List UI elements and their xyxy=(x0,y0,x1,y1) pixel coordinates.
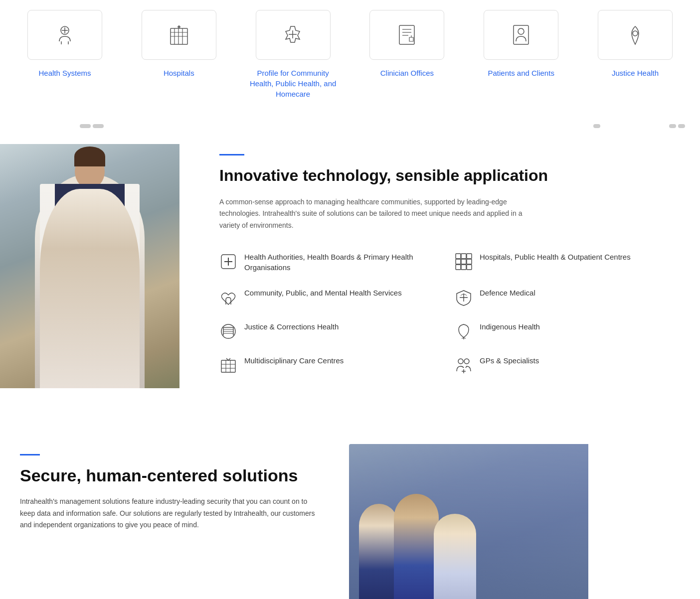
clinician-offices-icon-box xyxy=(369,10,444,60)
feature-justice-corrections: Justice & Corrections Health xyxy=(219,321,435,340)
svg-point-50 xyxy=(458,359,463,364)
justice-corrections-icon xyxy=(219,322,237,340)
clinician-offices-label: Clinician Offices xyxy=(380,68,434,78)
hospitals-icon xyxy=(167,22,191,47)
card-community-health[interactable]: Profile for Community Health, Public Hea… xyxy=(248,10,338,99)
health-systems-icon-box xyxy=(27,10,102,60)
dots-right2 xyxy=(669,124,685,128)
clinician-image xyxy=(0,144,179,388)
section-description: A common-sense approach to managing heal… xyxy=(219,196,528,232)
feature-grid: Health Authorities, Health Boards & Prim… xyxy=(219,252,670,374)
multidisciplinary-text: Multidisciplinary Care Centres xyxy=(244,355,344,366)
patients-clients-icon-box xyxy=(484,10,558,60)
svg-rect-30 xyxy=(467,254,472,259)
svg-rect-32 xyxy=(461,259,466,264)
svg-rect-28 xyxy=(456,254,461,259)
svg-rect-36 xyxy=(467,265,472,270)
dots-left xyxy=(80,124,104,128)
bottom-title: Secure, human-centered solutions xyxy=(20,465,319,486)
justice-health-icon xyxy=(623,22,648,47)
svg-point-51 xyxy=(464,359,469,364)
people-medical-icon xyxy=(455,356,473,374)
justice-health-label: Justice Health xyxy=(612,68,659,78)
health-systems-label: Health Systems xyxy=(38,68,91,78)
community-health-icon xyxy=(281,22,306,47)
middle-section: Innovative technology, sensible applicat… xyxy=(0,144,700,394)
hospitals-public-text: Hospitals, Public Health & Outpatient Ce… xyxy=(480,252,631,262)
svg-rect-45 xyxy=(221,360,235,372)
svg-rect-29 xyxy=(461,254,466,259)
shield-icon xyxy=(455,289,473,306)
feature-community-mental: Community, Public, and Mental Health Ser… xyxy=(219,288,435,306)
feature-indigenous-health: Indigenous Health xyxy=(455,321,670,340)
white-coat xyxy=(40,184,140,388)
clinician-offices-icon xyxy=(394,22,419,47)
indigenous-health-text: Indigenous Health xyxy=(480,321,540,332)
leaf-icon xyxy=(455,322,473,340)
person3 xyxy=(434,514,476,599)
community-mental-text: Community, Public, and Mental Health Ser… xyxy=(244,288,402,298)
card-patients-clients[interactable]: Patients and Clients xyxy=(476,10,566,78)
person2 xyxy=(394,494,439,599)
feature-health-authorities: Health Authorities, Health Boards & Prim… xyxy=(219,252,435,273)
cross-circle-icon xyxy=(219,253,237,271)
svg-rect-34 xyxy=(456,265,461,270)
heart-home-icon xyxy=(219,289,237,306)
person-hair xyxy=(74,147,105,166)
team-image xyxy=(349,444,588,599)
feature-gps-specialists: GPs & Specialists xyxy=(455,355,670,374)
hospitals-icon-box xyxy=(142,10,216,60)
defence-medical-text: Defence Medical xyxy=(480,288,535,298)
grid-dots-icon xyxy=(455,253,473,271)
health-systems-icon xyxy=(52,22,77,47)
card-hospitals[interactable]: Hospitals xyxy=(134,10,224,78)
gps-specialists-text: GPs & Specialists xyxy=(480,355,539,366)
justice-health-icon-box xyxy=(598,10,673,60)
hospitals-label: Hospitals xyxy=(164,68,194,78)
community-health-icon-box xyxy=(256,10,331,60)
person-figure xyxy=(35,174,145,388)
community-health-label: Profile for Community Health, Public Hea… xyxy=(248,68,338,99)
svg-point-24 xyxy=(633,31,638,36)
person1 xyxy=(359,504,399,599)
middle-content: Innovative technology, sensible applicat… xyxy=(179,144,700,394)
bottom-content: Secure, human-centered solutions Intrahe… xyxy=(0,444,349,551)
dark-shirt xyxy=(55,184,125,388)
bottom-accent-line xyxy=(20,454,40,455)
building-grid-icon xyxy=(219,356,237,374)
cards-section: Health Systems Hospitals xyxy=(0,0,700,119)
dots-right1 xyxy=(593,124,600,128)
svg-rect-33 xyxy=(467,259,472,264)
card-justice-health[interactable]: Justice Health xyxy=(590,10,680,78)
svg-rect-35 xyxy=(461,265,466,270)
card-clinician-offices[interactable]: Clinician Offices xyxy=(362,10,452,78)
patients-clients-label: Patients and Clients xyxy=(488,68,554,78)
justice-corrections-text: Justice & Corrections Health xyxy=(244,321,339,332)
feature-multidisciplinary: Multidisciplinary Care Centres xyxy=(219,355,435,374)
health-authorities-text: Health Authorities, Health Boards & Prim… xyxy=(244,252,435,273)
svg-point-21 xyxy=(518,28,524,34)
section-title: Innovative technology, sensible applicat… xyxy=(219,165,670,186)
feature-defence-medical: Defence Medical xyxy=(455,288,670,306)
bottom-section: Secure, human-centered solutions Intrahe… xyxy=(0,424,700,599)
feature-hospitals-public: Hospitals, Public Health & Outpatient Ce… xyxy=(455,252,670,273)
patients-clients-icon xyxy=(509,22,533,47)
svg-rect-31 xyxy=(456,259,461,264)
card-health-systems[interactable]: Health Systems xyxy=(20,10,110,78)
bottom-description: Intrahealth's management solutions featu… xyxy=(20,496,319,531)
accent-line xyxy=(219,154,244,155)
people-group xyxy=(349,444,588,599)
cards-row: Health Systems Hospitals xyxy=(20,10,680,99)
decorative-dots-row xyxy=(0,124,700,139)
